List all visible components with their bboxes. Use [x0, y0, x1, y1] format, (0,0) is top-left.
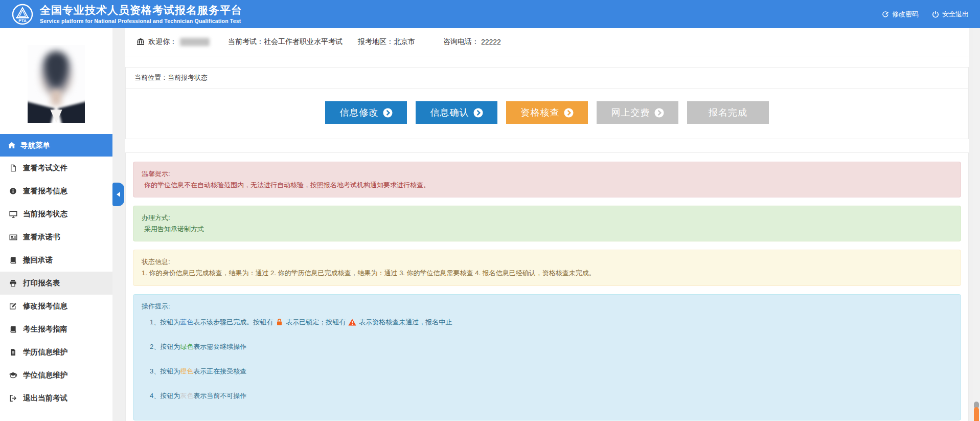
- sidebar-item-exam-files[interactable]: 查看考试文件: [0, 157, 112, 180]
- operation-tips-alert: 操作提示: 1、按钮为蓝色表示该步骤已完成。按钮有表示已锁定；按钮有表示资格核查…: [133, 294, 961, 420]
- chevron-left-icon: [117, 192, 120, 197]
- nav-menu: 导航菜单 查看考试文件 查看报考信息 当前报考状态 查看承诺书 撤回承诺 打印报…: [0, 134, 112, 410]
- sidebar-item-current-status[interactable]: 当前报考状态: [0, 203, 112, 226]
- candidate-name-blurred: [180, 38, 210, 46]
- exam-region: 报考地区：北京市: [358, 37, 415, 47]
- edit-icon: [9, 302, 17, 310]
- status-info-body: 1. 你的身份信息已完成核查，结果为：通过 2. 你的学历信息已完成核查，结果为…: [142, 268, 952, 279]
- consult-phone: 咨询电话： 22222: [443, 37, 501, 47]
- word-orange: 橙色: [180, 366, 193, 377]
- sidebar-item-label: 当前报考状态: [23, 209, 67, 219]
- step-button-info-confirm[interactable]: 信息确认: [416, 101, 497, 124]
- welcome-bar: 欢迎你： 当前考试：社会工作者职业水平考试 报考地区：北京市 咨询电话： 222…: [125, 28, 969, 56]
- current-exam: 当前考试：社会工作者职业水平考试: [228, 37, 343, 47]
- info-icon: [9, 187, 17, 195]
- warning-triangle-icon: [348, 318, 356, 326]
- status-info-title: 状态信息:: [142, 256, 952, 268]
- arrow-circle-right-icon: [654, 108, 664, 118]
- step-button-qualification-check[interactable]: 资格核查: [506, 101, 588, 124]
- print-icon: [9, 279, 17, 287]
- sidebar-item-candidate-guide[interactable]: 考生报考指南: [0, 318, 112, 341]
- sidebar-item-label: 学位信息维护: [23, 370, 67, 380]
- exam-files-icon: [9, 164, 17, 172]
- arrow-circle-right-icon: [383, 108, 393, 118]
- sidebar-item-label: 查看考试文件: [23, 163, 67, 173]
- sidebar-item-withdraw-commitment[interactable]: 撤回承诺: [0, 249, 112, 272]
- breadcrumb: 当前位置：当前报考状态: [126, 68, 968, 88]
- sidebar-item-label: 学历信息维护: [23, 347, 67, 357]
- tip-line-3: 3、按钮为橙色表示正在接受核查: [142, 366, 952, 377]
- nav-menu-title: 导航菜单: [20, 141, 50, 150]
- arrow-circle-right-icon: [473, 108, 483, 118]
- lock-icon: [276, 318, 283, 326]
- tip-line-1: 1、按钮为蓝色表示该步骤已完成。按钮有表示已锁定；按钮有表示资格核查未通过，报名…: [142, 317, 952, 328]
- candidate-photo: [28, 45, 85, 123]
- warm-tip-title: 温馨提示:: [142, 168, 952, 180]
- desktop-icon: [9, 210, 17, 218]
- arrow-circle-right-icon: [564, 108, 574, 118]
- sidebar-item-label: 查看报考信息: [23, 186, 67, 196]
- power-icon: [932, 11, 939, 18]
- withdraw-book-icon: [9, 256, 17, 264]
- sidebar-item-label: 撤回承诺: [23, 255, 53, 265]
- change-password-link[interactable]: 修改密码: [882, 10, 919, 19]
- tip-line-2: 2、按钮为绿色表示需要继续操作: [142, 341, 952, 352]
- change-password-label: 修改密码: [892, 10, 919, 19]
- bank-icon: [136, 38, 145, 46]
- steps-row: 信息修改 信息确认 资格核查 网上交费 报名完成: [126, 88, 968, 139]
- sidebar-item-label: 考生报考指南: [23, 324, 67, 334]
- sidebar-item-label: 退出当前考试: [23, 393, 67, 403]
- step-button-online-payment[interactable]: 网上交费: [597, 101, 678, 124]
- home-icon: [8, 141, 16, 149]
- scrollbar-track[interactable]: [973, 28, 980, 421]
- sidebar-item-degree-info[interactable]: 学位信息维护: [0, 364, 112, 387]
- platform-logo-icon: PTA: [11, 3, 34, 26]
- main-content: 欢迎你： 当前考试：社会工作者职业水平考试 报考地区：北京市 咨询电话： 222…: [125, 28, 969, 421]
- top-header: PTA 全国专业技术人员资格考试报名服务平台 Service platform …: [0, 0, 980, 28]
- logout-label: 安全退出: [942, 10, 969, 19]
- status-panel: 当前位置：当前报考状态 信息修改 信息确认 资格核查 网上交费 报名完成: [125, 67, 969, 139]
- sidebar: 导航菜单 查看考试文件 查看报考信息 当前报考状态 查看承诺书 撤回承诺 打印报…: [0, 28, 112, 421]
- word-gray: 灰色: [180, 390, 193, 402]
- warm-tip-alert: 温馨提示: 你的学位信息不在自动核验范围内，无法进行自动核验，按照报名地考试机构…: [133, 162, 961, 197]
- step-button-registration-complete[interactable]: 报名完成: [687, 101, 769, 124]
- word-blue: 蓝色: [180, 317, 193, 328]
- alerts-panel: 温馨提示: 你的学位信息不在自动核验范围内，无法进行自动核验，按照报名地考试机构…: [125, 152, 969, 421]
- sidebar-collapse-button[interactable]: [112, 183, 124, 206]
- scrollbar-thumb[interactable]: [974, 407, 979, 421]
- sidebar-item-label: 修改报考信息: [23, 301, 67, 311]
- exit-icon: [9, 394, 17, 402]
- degree-cap-icon: [9, 371, 17, 380]
- welcome-greeting: 欢迎你：: [148, 37, 213, 47]
- operation-tips-title: 操作提示:: [142, 301, 952, 312]
- method-alert: 办理方式: 采用告知承诺制方式: [133, 206, 961, 241]
- commitment-letter-icon: [9, 233, 17, 241]
- sidebar-item-exam-info[interactable]: 查看报考信息: [0, 180, 112, 203]
- nav-menu-header: 导航菜单: [0, 134, 112, 157]
- sidebar-item-print-form[interactable]: 打印报名表: [0, 272, 112, 295]
- app-subtitle: Service platform for National Profession…: [40, 18, 242, 25]
- sidebar-item-exit-exam[interactable]: 退出当前考试: [0, 387, 112, 410]
- status-info-alert: 状态信息: 1. 你的身份信息已完成核查，结果为：通过 2. 你的学历信息已完成…: [133, 250, 961, 285]
- sidebar-item-commitment-letter[interactable]: 查看承诺书: [0, 226, 112, 249]
- app-title: 全国专业技术人员资格考试报名服务平台: [40, 4, 242, 16]
- svg-text:PTA: PTA: [18, 18, 27, 23]
- education-file-icon: [9, 348, 17, 356]
- warm-tip-body: 你的学位信息不在自动核验范围内，无法进行自动核验，按照报名地考试机构通知要求进行…: [142, 180, 952, 191]
- word-green: 绿色: [180, 341, 193, 352]
- sidebar-item-label: 查看承诺书: [23, 232, 60, 242]
- tip-line-4: 4、按钮为灰色表示当前不可操作: [142, 390, 952, 402]
- step-button-info-modify[interactable]: 信息修改: [325, 101, 407, 124]
- logout-link[interactable]: 安全退出: [932, 10, 969, 19]
- guide-book-icon: [9, 325, 17, 333]
- method-body: 采用告知承诺制方式: [142, 224, 952, 235]
- sidebar-item-modify-info[interactable]: 修改报考信息: [0, 295, 112, 318]
- method-title: 办理方式:: [142, 212, 952, 224]
- sidebar-item-label: 打印报名表: [23, 278, 60, 288]
- sidebar-item-education-info[interactable]: 学历信息维护: [0, 341, 112, 364]
- edit-circle-icon: [882, 11, 889, 18]
